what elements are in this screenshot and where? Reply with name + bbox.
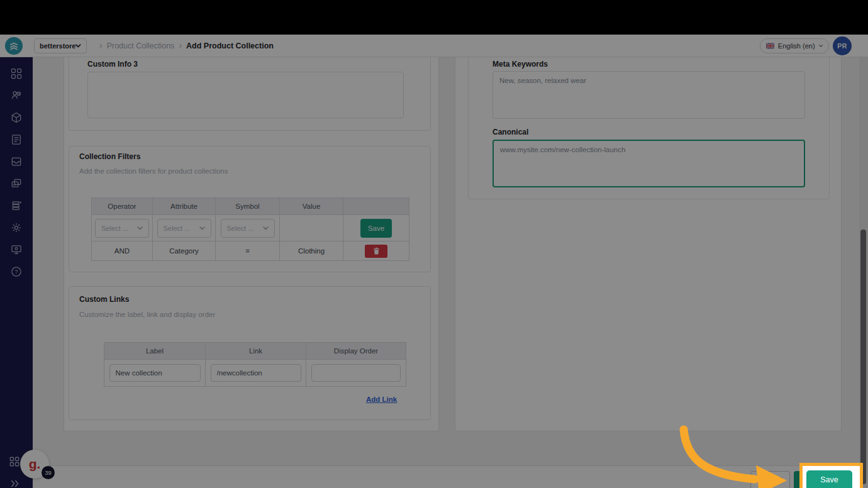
chevron-down-icon	[75, 44, 81, 48]
chevron-down-icon	[199, 226, 205, 230]
logo-waves-icon	[9, 41, 19, 51]
breadcrumb-parent[interactable]: Product Collections	[107, 42, 175, 50]
meta-keywords-textarea[interactable]: New, season, relaxed wear	[492, 71, 805, 119]
filter-row-attribute: Category	[153, 241, 216, 260]
custom-info-panel: Custom Info 3	[69, 57, 431, 131]
avatar-initials: PR	[837, 42, 847, 50]
right-form-card: Meta Keywords New, season, relaxed wear …	[455, 57, 842, 431]
delete-filter-button[interactable]	[365, 245, 387, 258]
symbol-select-placeholder: Select ...	[227, 225, 254, 232]
screenshot-stage: betterstore › Product Collections › Add …	[0, 0, 868, 488]
link-label-input[interactable]	[109, 364, 201, 382]
breadcrumb: › Product Collections › Add Product Coll…	[99, 35, 274, 57]
media-icon[interactable]	[10, 177, 23, 190]
system-settings-icon[interactable]	[10, 243, 23, 256]
display-order-input[interactable]	[311, 364, 401, 382]
filters-header-operator: Operator	[92, 198, 153, 214]
breadcrumb-separator-icon: ›	[99, 41, 103, 50]
filters-input-row: Select ... Select ...	[92, 214, 409, 241]
top-bar: betterstore › Product Collections › Add …	[0, 35, 868, 57]
staff-icon[interactable]	[10, 89, 23, 102]
symbol-select[interactable]: Select ...	[221, 219, 275, 238]
app-window: betterstore › Product Collections › Add …	[0, 35, 868, 488]
betterstore-logo[interactable]	[5, 37, 23, 55]
links-header-row: Label Link Display Order	[104, 343, 406, 359]
links-header-link: Link	[206, 343, 306, 359]
highlighted-save-button[interactable]: Save	[806, 470, 852, 488]
custom-links-title: Custom Links	[79, 295, 129, 304]
attribute-select-placeholder: Select ...	[164, 225, 191, 232]
filters-value-cell	[280, 215, 343, 241]
links-header-display-order: Display Order	[306, 343, 406, 359]
breadcrumb-current: Add Product Collection	[186, 42, 274, 50]
sidebar-nav: ?	[0, 67, 33, 278]
apps-grid-icon[interactable]	[8, 455, 21, 468]
letterbox-top	[0, 0, 868, 35]
chevron-down-icon	[137, 226, 143, 230]
operator-select-placeholder: Select ...	[101, 225, 128, 232]
chevron-down-icon	[819, 44, 823, 48]
attribute-select[interactable]: Select ...	[157, 219, 211, 238]
links-header-label: Label	[104, 343, 206, 359]
operator-select[interactable]: Select ...	[95, 219, 149, 238]
filters-header-symbol: Symbol	[216, 198, 280, 214]
filters-header-row: Operator Attribute Symbol Value	[92, 198, 409, 214]
vertical-scrollbar[interactable]	[859, 35, 868, 488]
collection-filters-table: Operator Attribute Symbol Value Select .…	[91, 197, 409, 261]
dashboard-icon[interactable]	[10, 67, 23, 80]
seo-panel: Meta Keywords New, season, relaxed wear …	[468, 57, 830, 199]
help-icon[interactable]: ?	[10, 265, 23, 278]
trash-icon	[373, 247, 380, 255]
collection-filters-subtitle: Add the collection filters for product c…	[79, 167, 228, 175]
link-url-input[interactable]	[211, 364, 301, 382]
scrollbar-thumb[interactable]	[860, 230, 866, 484]
filter-row-value: Clothing	[280, 241, 343, 260]
filters-header-attribute: Attribute	[153, 198, 216, 214]
collection-filters-panel: Collection Filters Add the collection fi…	[69, 146, 431, 272]
custom-info-label: Custom Info 3	[87, 60, 138, 69]
guide-widget-logo: g.	[29, 457, 41, 472]
custom-links-subtitle: Customize the label, link and display or…	[79, 311, 215, 318]
breadcrumb-separator-icon: ›	[179, 41, 182, 50]
filters-header-actions	[343, 198, 409, 214]
footer-bar: Cancel Save	[33, 465, 868, 488]
inventory-icon[interactable]	[10, 155, 23, 168]
filter-data-row: AND Category = Clothing	[92, 241, 409, 260]
svg-text:?: ?	[14, 269, 18, 275]
collections-icon[interactable]	[10, 199, 23, 212]
language-label: English (en)	[778, 42, 815, 50]
language-selector[interactable]: English (en)	[760, 38, 829, 53]
expand-sidebar-icon[interactable]	[9, 477, 21, 488]
sidebar: ?	[0, 57, 33, 488]
store-selector-value: betterstore	[40, 42, 75, 50]
cancel-button[interactable]: Cancel	[750, 471, 790, 488]
custom-info-textarea[interactable]	[87, 72, 404, 118]
canonical-textarea[interactable]: www.mysite.com/new-collection-launch	[492, 140, 805, 187]
custom-links-panel: Custom Links Customize the label, link a…	[69, 286, 431, 420]
filter-row-operator: AND	[92, 241, 153, 260]
canonical-label: Canonical	[492, 128, 528, 136]
user-avatar[interactable]: PR	[833, 36, 852, 55]
guide-widget-badge: 39	[42, 466, 55, 479]
left-form-card: Custom Info 3 Collection Filters Add the…	[64, 57, 439, 431]
meta-keywords-label: Meta Keywords	[492, 60, 548, 69]
filter-row-symbol: =	[216, 241, 280, 260]
store-selector[interactable]: betterstore	[34, 38, 87, 53]
settings-icon[interactable]	[10, 221, 23, 234]
filters-header-value: Value	[280, 198, 343, 214]
save-button-highlight: Save	[799, 463, 863, 488]
add-link-button[interactable]: Add Link	[366, 396, 397, 403]
orders-icon[interactable]	[10, 133, 23, 146]
links-input-row	[104, 359, 406, 386]
filter-save-button[interactable]: Save	[360, 219, 392, 238]
uk-flag-icon	[766, 42, 774, 50]
chevron-down-icon	[263, 226, 269, 230]
guide-badge-count: 39	[45, 469, 52, 476]
products-icon[interactable]	[10, 111, 23, 124]
custom-links-table: Label Link Display Order	[104, 342, 406, 387]
collection-filters-title: Collection Filters	[79, 152, 140, 161]
